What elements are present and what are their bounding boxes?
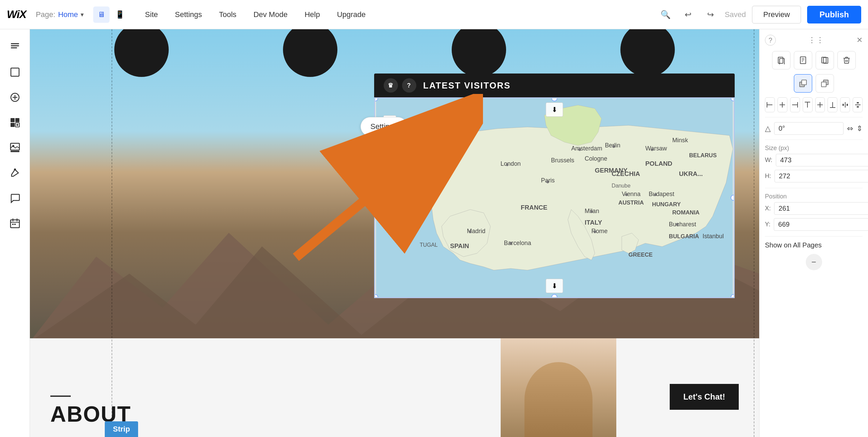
x-input[interactable] bbox=[774, 202, 868, 215]
x-row: X: bbox=[765, 202, 863, 215]
right-panel: ? ⋮⋮ ✕ bbox=[759, 29, 868, 437]
svg-rect-83 bbox=[802, 80, 806, 85]
layer-back-button[interactable] bbox=[816, 74, 834, 93]
widget-header: ♛ ? LATEST VISITORS bbox=[374, 74, 735, 97]
distribute-h-button[interactable] bbox=[840, 97, 850, 112]
svg-text:UKRA...: UKRA... bbox=[679, 170, 703, 177]
delete-button[interactable] bbox=[837, 51, 856, 69]
redo-button[interactable]: ↪ bbox=[702, 6, 719, 23]
svg-rect-22 bbox=[14, 224, 16, 225]
close-icon[interactable]: ✕ bbox=[856, 36, 863, 45]
media-sidebar-button[interactable] bbox=[4, 137, 26, 159]
divider-1 bbox=[765, 117, 863, 117]
selection-handle-mr bbox=[731, 195, 735, 201]
site-nav-item[interactable]: Site bbox=[137, 7, 165, 22]
height-input[interactable] bbox=[774, 170, 868, 182]
svg-text:London: London bbox=[501, 160, 521, 167]
svg-rect-100 bbox=[847, 104, 848, 106]
width-input[interactable] bbox=[776, 154, 868, 166]
calendar-sidebar-button[interactable] bbox=[4, 212, 26, 234]
chat-sidebar-button[interactable] bbox=[4, 187, 26, 209]
x-label: X: bbox=[765, 205, 771, 212]
angle-input[interactable]: 0° bbox=[774, 122, 844, 135]
chevron-down-icon[interactable]: ▾ bbox=[81, 11, 84, 18]
undo-button[interactable]: ↩ bbox=[680, 6, 696, 23]
canvas-bottom-section: ABOUT Let's Chat! bbox=[30, 338, 759, 437]
publish-button[interactable]: Publish bbox=[807, 6, 861, 23]
paste-style-button[interactable] bbox=[794, 51, 812, 69]
svg-rect-85 bbox=[821, 82, 826, 87]
devmode-nav-item[interactable]: Dev Mode bbox=[246, 7, 295, 22]
align-center-button[interactable] bbox=[778, 97, 787, 112]
right-panel-header: ? ⋮⋮ ✕ bbox=[765, 35, 863, 46]
svg-text:Vienna: Vienna bbox=[622, 191, 640, 197]
page-label: Page: bbox=[36, 10, 55, 19]
layout-sidebar-button[interactable] bbox=[4, 61, 26, 83]
map-download-top-button[interactable]: ⬇ bbox=[546, 102, 563, 117]
page-name[interactable]: Home bbox=[58, 10, 78, 19]
flip-v-icon[interactable]: ⇕ bbox=[856, 124, 863, 133]
europe-map-svg: London Amsterdam Berlin Warsaw Minsk Bru… bbox=[375, 98, 734, 297]
svg-rect-99 bbox=[842, 104, 844, 106]
svg-rect-21 bbox=[12, 224, 14, 225]
tools-nav-item[interactable]: Tools bbox=[212, 7, 244, 22]
canvas-background: Settings ♛ ? LATEST VISITORS bbox=[30, 29, 759, 437]
svg-text:CZECHIA: CZECHIA bbox=[612, 170, 640, 177]
svg-text:POLAND: POLAND bbox=[645, 160, 672, 167]
dots-icon[interactable]: ⋮⋮ bbox=[808, 36, 824, 45]
copy-style-button[interactable] bbox=[772, 51, 790, 69]
svg-text:Barcelona: Barcelona bbox=[504, 240, 531, 246]
height-row: H: bbox=[765, 170, 863, 182]
dashed-line-right bbox=[754, 29, 754, 437]
minus-button[interactable]: − bbox=[806, 254, 822, 270]
svg-point-57 bbox=[506, 163, 508, 166]
svg-rect-73 bbox=[800, 57, 806, 64]
add-element-button[interactable] bbox=[4, 86, 26, 108]
settings-popup[interactable]: Settings bbox=[361, 117, 407, 136]
svg-text:Amsterdam: Amsterdam bbox=[571, 145, 602, 152]
y-input[interactable] bbox=[774, 218, 868, 231]
map-download-bottom-button[interactable]: ⬇ bbox=[546, 279, 563, 293]
align-bottom-button[interactable] bbox=[828, 97, 837, 112]
upgrade-nav-item[interactable]: Upgrade bbox=[330, 7, 373, 22]
divider-4 bbox=[765, 236, 863, 237]
svg-point-66 bbox=[676, 223, 679, 226]
svg-rect-1 bbox=[11, 45, 19, 46]
help-nav-item[interactable]: Help bbox=[297, 7, 327, 22]
svg-point-65 bbox=[594, 230, 596, 233]
pen-sidebar-button[interactable] bbox=[4, 162, 26, 184]
map-container[interactable]: ⬇ + − bbox=[374, 97, 735, 298]
map-widget[interactable]: Settings ♛ ? LATEST VISITORS bbox=[374, 74, 735, 298]
position-section: Position X: Y: bbox=[765, 193, 863, 231]
desktop-view-button[interactable]: 🖥 bbox=[93, 6, 110, 23]
lets-chat-button[interactable]: Let's Chat! bbox=[670, 384, 739, 410]
search-button[interactable]: 🔍 bbox=[657, 6, 674, 23]
svg-text:Bucharest: Bucharest bbox=[669, 221, 696, 228]
add-section-button[interactable] bbox=[4, 112, 26, 133]
angle-row: △ 0° ⇔ ⇕ bbox=[765, 122, 863, 135]
svg-point-63 bbox=[654, 193, 657, 196]
layer-front-button[interactable] bbox=[794, 74, 812, 93]
align-top-button[interactable] bbox=[803, 97, 813, 112]
align-left-button[interactable] bbox=[765, 97, 775, 112]
dashed-line-left bbox=[112, 29, 112, 437]
svg-rect-14 bbox=[11, 151, 19, 152]
svg-text:ROMANIA: ROMANIA bbox=[672, 209, 699, 216]
crown-icon: ♛ bbox=[384, 78, 398, 93]
align-right-button[interactable] bbox=[790, 97, 800, 112]
svg-rect-8 bbox=[15, 118, 19, 122]
svg-rect-3 bbox=[11, 68, 19, 76]
help-icon[interactable]: ? bbox=[765, 35, 776, 46]
size-section: Size (px) W: H: bbox=[765, 145, 863, 182]
svg-text:SPAIN: SPAIN bbox=[450, 242, 469, 249]
distribute-v-button[interactable] bbox=[853, 97, 863, 112]
dark-circle-1 bbox=[114, 29, 169, 77]
duplicate-button[interactable] bbox=[816, 51, 834, 69]
mobile-view-button[interactable]: 📱 bbox=[112, 6, 128, 23]
flip-h-icon[interactable]: ⇔ bbox=[847, 124, 853, 133]
settings-nav-item[interactable]: Settings bbox=[167, 7, 210, 22]
pages-sidebar-button[interactable] bbox=[4, 36, 26, 58]
strip-label[interactable]: Strip bbox=[105, 421, 138, 437]
align-middle-button[interactable] bbox=[815, 97, 825, 112]
preview-button[interactable]: Preview bbox=[752, 6, 801, 23]
